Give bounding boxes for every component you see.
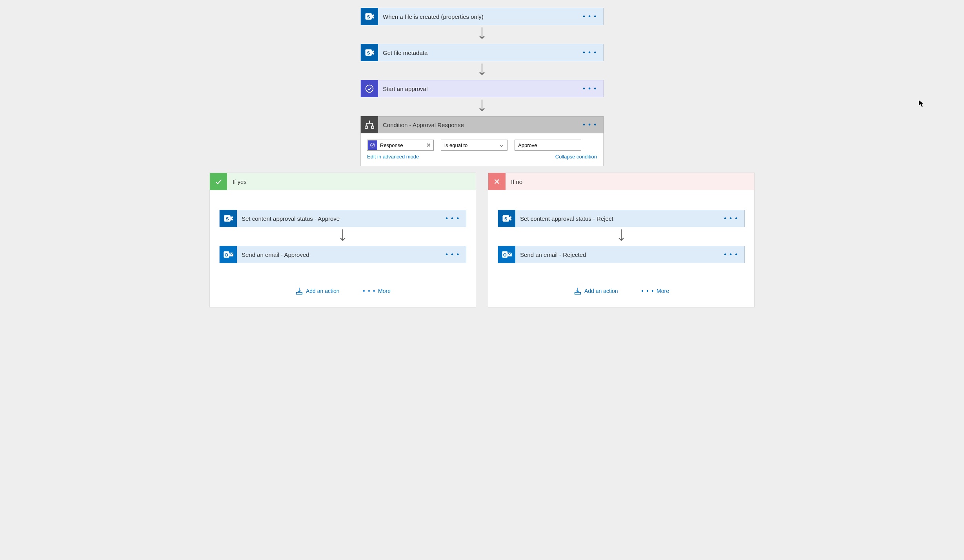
condition-value[interactable]: Approve [515, 140, 581, 151]
condition-operator[interactable]: is equal to [441, 140, 507, 151]
arrow-icon [478, 100, 486, 114]
add-action-label: Add an action [306, 288, 340, 294]
svg-rect-19 [371, 126, 374, 129]
action-step[interactable]: O Send an email - Approved • • • [219, 246, 466, 263]
more-label: More [378, 288, 391, 294]
step-title: When a file is created (properties only) [378, 13, 577, 20]
svg-point-25 [231, 219, 233, 221]
arrow-icon [478, 27, 486, 42]
more-label: More [657, 288, 669, 294]
more-button[interactable]: • • • More [642, 287, 669, 295]
more-icon[interactable]: • • • [718, 215, 744, 222]
add-action-button[interactable]: Add an action [295, 287, 340, 295]
more-icon[interactable]: • • • [577, 85, 603, 92]
action-step[interactable]: S Set content approval status - Approve … [219, 210, 466, 227]
approval-step[interactable]: Start an approval • • • [360, 80, 604, 97]
svg-text:O: O [225, 252, 228, 257]
step-title: Get file metadata [378, 49, 577, 56]
sharepoint-icon: S [361, 8, 378, 25]
step-title: Set content approval status - Reject [515, 215, 718, 222]
step-title: Set content approval status - Approve [237, 215, 439, 222]
collapse-condition-link[interactable]: Collapse condition [555, 154, 597, 160]
more-icon[interactable]: • • • [439, 251, 466, 258]
svg-rect-18 [365, 126, 367, 129]
condition-step[interactable]: Condition - Approval Response • • • [360, 116, 604, 133]
approval-icon [361, 80, 378, 97]
more-icon[interactable]: • • • [577, 49, 603, 56]
approval-icon [368, 140, 377, 150]
svg-point-10 [373, 53, 375, 55]
arrow-icon [339, 229, 346, 244]
sharepoint-icon: S [361, 44, 378, 61]
step-title: Condition - Approval Response [378, 122, 577, 128]
no-branch-header[interactable]: If no [488, 173, 754, 190]
outlook-icon: O [498, 246, 515, 263]
step-title: Send an email - Rejected [515, 251, 718, 258]
more-icon[interactable]: • • • [577, 121, 603, 128]
sharepoint-icon: S [220, 210, 237, 227]
remove-token-icon[interactable]: ✕ [424, 142, 433, 148]
step-title: Start an approval [378, 85, 577, 92]
condition-body: Response ✕ is equal to Approve Edit in a… [360, 133, 604, 166]
branch-title: If yes [227, 178, 252, 185]
svg-text:S: S [504, 216, 507, 221]
action-step[interactable]: S Get file metadata • • • [360, 44, 604, 61]
more-button[interactable]: • • • More [363, 287, 391, 295]
token-label: Response [378, 142, 424, 148]
add-action-icon [295, 287, 304, 295]
trigger-step[interactable]: S When a file is created (properties onl… [360, 8, 604, 25]
ellipsis-icon: • • • [642, 288, 654, 294]
branch-title: If no [506, 178, 528, 185]
no-branch: If no S Set content approval status - Re… [488, 173, 755, 307]
action-step[interactable]: S Set content approval status - Reject •… [498, 210, 745, 227]
outlook-icon: O [220, 246, 237, 263]
value-label: Approve [518, 142, 537, 148]
svg-text:S: S [367, 50, 370, 55]
svg-point-24 [231, 216, 233, 218]
check-icon [210, 173, 227, 190]
svg-text:O: O [503, 252, 507, 257]
more-icon[interactable]: • • • [577, 13, 603, 20]
action-step[interactable]: O Send an email - Rejected • • • [498, 246, 745, 263]
cursor-icon [919, 100, 925, 107]
svg-point-37 [510, 216, 512, 218]
yes-branch-header[interactable]: If yes [210, 173, 476, 190]
flow-designer: S When a file is created (properties onl… [20, 8, 944, 307]
svg-text:S: S [367, 14, 370, 19]
add-action-icon [573, 287, 582, 295]
add-action-button[interactable]: Add an action [573, 287, 618, 295]
svg-rect-44 [575, 293, 581, 295]
add-action-label: Add an action [584, 288, 618, 294]
arrow-icon [618, 229, 625, 244]
sharepoint-icon: S [498, 210, 515, 227]
arrow-icon [478, 64, 486, 78]
svg-point-4 [373, 17, 375, 19]
more-icon[interactable]: • • • [439, 215, 466, 222]
ellipsis-icon: • • • [363, 288, 376, 294]
svg-rect-31 [296, 293, 302, 295]
svg-point-20 [371, 143, 375, 147]
svg-point-12 [366, 85, 373, 93]
step-title: Send an email - Approved [237, 251, 439, 258]
condition-left-operand[interactable]: Response ✕ [367, 140, 434, 151]
yes-branch: If yes S Set content approval status - A… [209, 173, 476, 307]
svg-point-9 [373, 51, 375, 53]
operator-label: is equal to [441, 142, 471, 148]
more-icon[interactable]: • • • [718, 251, 744, 258]
svg-point-38 [510, 219, 512, 221]
svg-text:S: S [226, 216, 229, 221]
close-icon [488, 173, 506, 190]
condition-icon [361, 116, 378, 133]
svg-point-3 [373, 15, 375, 16]
edit-advanced-link[interactable]: Edit in advanced mode [367, 154, 419, 160]
